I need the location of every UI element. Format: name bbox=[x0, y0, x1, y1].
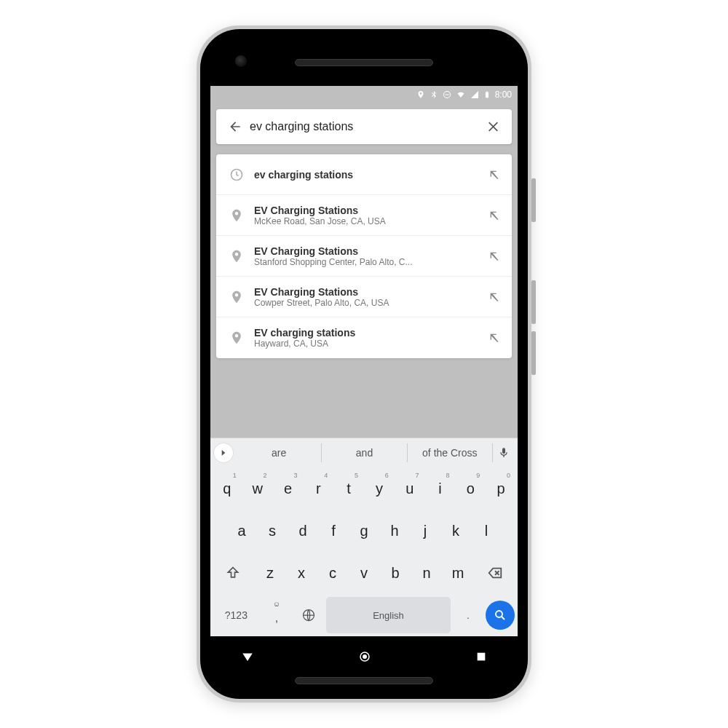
key-e[interactable]: e3 bbox=[274, 470, 302, 507]
volume-down-button[interactable] bbox=[531, 331, 536, 375]
key-w[interactable]: w2 bbox=[244, 470, 272, 507]
suggestion-title: ev charging stations bbox=[254, 169, 480, 181]
nav-back-button[interactable] bbox=[241, 650, 254, 666]
period-key[interactable]: . bbox=[454, 597, 483, 633]
front-camera bbox=[235, 55, 247, 67]
key-c[interactable]: c bbox=[319, 555, 347, 591]
insert-arrow-icon[interactable] bbox=[484, 169, 505, 181]
dnd-icon bbox=[443, 90, 451, 99]
suggestion-text: EV Charging Stations Cowper Street, Palo… bbox=[250, 286, 484, 308]
expand-predictions-icon[interactable] bbox=[213, 443, 234, 463]
prediction-word[interactable]: of the Cross bbox=[408, 443, 493, 462]
key-f[interactable]: f bbox=[320, 513, 347, 549]
key-n[interactable]: n bbox=[412, 555, 440, 591]
phone-device: 8:00 bbox=[197, 25, 531, 703]
key-q[interactable]: q1 bbox=[213, 470, 241, 507]
signal-icon bbox=[470, 90, 479, 99]
clear-button[interactable] bbox=[481, 115, 505, 138]
key-d[interactable]: d bbox=[289, 513, 317, 549]
suggestion-subtitle: Cowper Street, Palo Alto, CA, USA bbox=[254, 298, 480, 308]
suggestion-text: ev charging stations bbox=[250, 169, 484, 181]
suggestion-subtitle: McKee Road, San Jose, CA, USA bbox=[254, 216, 480, 226]
key-m[interactable]: m bbox=[443, 555, 472, 591]
bottom-speaker bbox=[295, 677, 433, 684]
svg-rect-5 bbox=[478, 653, 486, 661]
volume-up-button[interactable] bbox=[531, 280, 536, 324]
back-button[interactable] bbox=[223, 115, 247, 138]
top-speaker bbox=[295, 59, 433, 66]
search-box bbox=[216, 109, 512, 144]
pin-icon bbox=[223, 290, 250, 304]
suggestion-item-place[interactable]: EV Charging Stations Cowper Street, Palo… bbox=[216, 277, 512, 317]
key-j[interactable]: j bbox=[411, 513, 439, 549]
key-h[interactable]: h bbox=[381, 513, 408, 549]
search-header bbox=[210, 103, 518, 150]
suggestion-item-place[interactable]: EV charging stations Hayward, CA, USA bbox=[216, 317, 512, 358]
history-icon bbox=[223, 167, 250, 182]
suggestion-title: EV Charging Stations bbox=[254, 245, 480, 257]
key-x[interactable]: x bbox=[288, 555, 316, 591]
suggestions-list: ev charging stations EV Charging Station… bbox=[216, 154, 512, 358]
battery-icon bbox=[483, 90, 491, 100]
screen: 8:00 bbox=[210, 86, 518, 636]
suggestion-title: EV Charging Stations bbox=[254, 205, 480, 216]
key-u[interactable]: u7 bbox=[396, 470, 424, 507]
insert-arrow-icon[interactable] bbox=[484, 210, 505, 221]
mic-icon[interactable] bbox=[493, 447, 515, 459]
pin-icon bbox=[223, 249, 250, 264]
key-i[interactable]: i8 bbox=[427, 470, 454, 507]
search-key[interactable] bbox=[486, 601, 515, 630]
status-time: 8:00 bbox=[495, 90, 512, 100]
prediction-row: are and of the Cross bbox=[210, 438, 518, 467]
key-p[interactable]: p0 bbox=[487, 470, 515, 507]
emoji-key[interactable]: ☺, bbox=[262, 597, 291, 633]
key-r[interactable]: r4 bbox=[304, 470, 332, 507]
phone-frame: 8:00 bbox=[200, 29, 528, 699]
shift-key[interactable] bbox=[213, 555, 253, 591]
suggestion-item-place[interactable]: EV Charging Stations McKee Road, San Jos… bbox=[216, 195, 512, 236]
power-button[interactable] bbox=[531, 178, 536, 222]
spacebar-key[interactable]: English bbox=[326, 597, 450, 633]
keyboard: are and of the Cross q1 w2 e3 r4 t5 y6 u… bbox=[210, 438, 518, 636]
android-nav-bar bbox=[210, 636, 518, 680]
suggestion-title: EV Charging Stations bbox=[254, 286, 480, 298]
insert-arrow-icon[interactable] bbox=[484, 291, 505, 303]
location-icon bbox=[416, 90, 425, 99]
language-key[interactable] bbox=[294, 597, 323, 633]
key-t[interactable]: t5 bbox=[335, 470, 363, 507]
key-g[interactable]: g bbox=[350, 513, 378, 549]
nav-recents-button[interactable] bbox=[475, 651, 487, 665]
key-l[interactable]: l bbox=[472, 513, 500, 549]
suggestion-item-place[interactable]: EV Charging Stations Stanford Shopping C… bbox=[216, 236, 512, 277]
status-bar: 8:00 bbox=[210, 86, 518, 103]
keyboard-row-1: q1 w2 e3 r4 t5 y6 u7 i8 o9 p0 bbox=[210, 467, 518, 510]
key-y[interactable]: y6 bbox=[365, 470, 393, 507]
prediction-word[interactable]: are bbox=[237, 443, 322, 462]
svg-point-2 bbox=[496, 611, 502, 617]
suggestion-text: EV charging stations Hayward, CA, USA bbox=[250, 327, 484, 349]
pin-icon bbox=[223, 331, 250, 345]
insert-arrow-icon[interactable] bbox=[484, 332, 505, 344]
keyboard-row-4: ?123 ☺, English . bbox=[210, 594, 518, 636]
backspace-key[interactable] bbox=[475, 555, 515, 591]
suggestion-title: EV charging stations bbox=[254, 327, 480, 339]
key-b[interactable]: b bbox=[381, 555, 410, 591]
key-z[interactable]: z bbox=[256, 555, 285, 591]
phone-top bbox=[210, 39, 518, 86]
search-input[interactable] bbox=[247, 120, 481, 133]
key-v[interactable]: v bbox=[350, 555, 379, 591]
prediction-word[interactable]: and bbox=[322, 443, 407, 462]
nav-home-button[interactable] bbox=[358, 650, 371, 666]
insert-arrow-icon[interactable] bbox=[484, 250, 505, 262]
keyboard-row-2: a s d f g h j k l bbox=[210, 510, 518, 552]
key-a[interactable]: a bbox=[228, 513, 256, 549]
suggestion-item-history[interactable]: ev charging stations bbox=[216, 154, 512, 195]
suggestion-subtitle: Stanford Shopping Center, Palo Alto, C..… bbox=[254, 257, 480, 267]
key-o[interactable]: o9 bbox=[456, 470, 484, 507]
svg-point-4 bbox=[363, 654, 367, 659]
symbols-key[interactable]: ?123 bbox=[213, 597, 259, 633]
suggestion-subtitle: Hayward, CA, USA bbox=[254, 339, 480, 349]
key-k[interactable]: k bbox=[442, 513, 470, 549]
suggestion-text: EV Charging Stations McKee Road, San Jos… bbox=[250, 205, 484, 226]
key-s[interactable]: s bbox=[258, 513, 286, 549]
